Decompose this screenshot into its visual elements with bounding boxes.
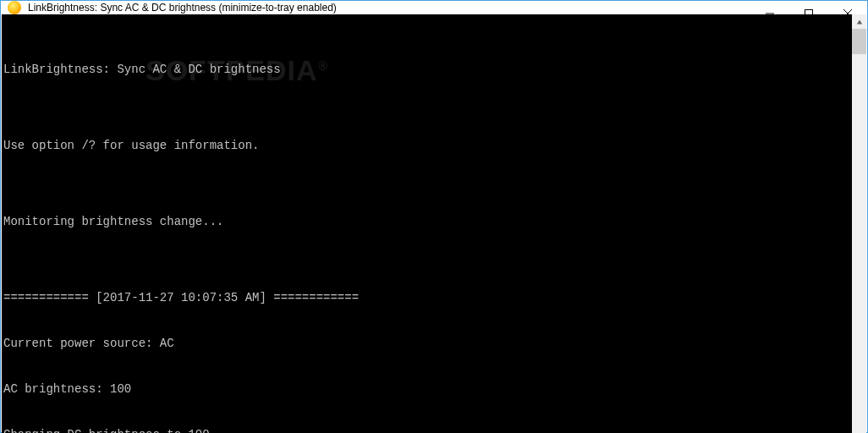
scroll-up-button[interactable] xyxy=(852,14,866,29)
console-line: Current power source: AC xyxy=(3,336,852,351)
app-icon xyxy=(8,1,21,14)
console-line: Use option /? for usage information. xyxy=(3,138,852,153)
app-window: LinkBrightness: Sync AC & DC brightness … xyxy=(0,0,868,433)
console-line: AC brightness: 100 xyxy=(3,381,852,397)
scrollbar-track[interactable] xyxy=(852,29,866,433)
console-line: Changing DC brightness to 100. xyxy=(3,427,852,433)
console-wrap: SOFTPEDIA® LinkBrightness: Sync AC & DC … xyxy=(2,14,866,433)
window-title: LinkBrightness: Sync AC & DC brightness … xyxy=(28,2,337,14)
titlebar[interactable]: LinkBrightness: Sync AC & DC brightness … xyxy=(1,1,867,14)
svg-marker-4 xyxy=(856,19,861,24)
console-line: ============ [2017-11-27 10:07:35 AM] ==… xyxy=(3,290,852,305)
scrollbar-thumb[interactable] xyxy=(852,29,866,54)
console-line: LinkBrightness: Sync AC & DC brightness xyxy=(3,62,852,77)
console-line: Monitoring brightness change... xyxy=(3,214,852,229)
vertical-scrollbar[interactable] xyxy=(852,14,866,433)
chevron-up-icon xyxy=(856,19,863,25)
console-output[interactable]: SOFTPEDIA® LinkBrightness: Sync AC & DC … xyxy=(2,14,852,433)
